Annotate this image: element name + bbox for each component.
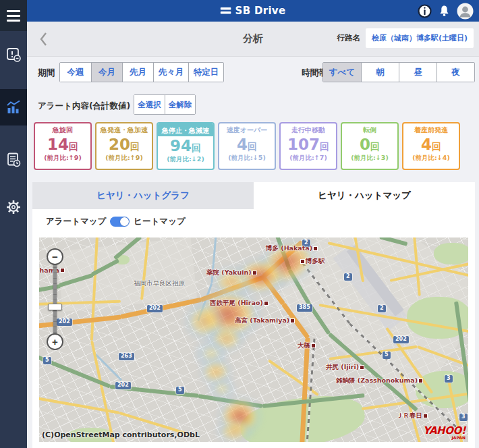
card-sudden-start[interactable]: 急発進・急加速 20回 (前月比:↑9) — [95, 122, 153, 170]
period-label: 期間 — [38, 67, 55, 79]
heatmap-toggle[interactable] — [110, 217, 130, 227]
yahoo-japan-logo: YAHOO! JAPAN — [423, 426, 466, 439]
avatar — [457, 3, 474, 20]
card-fall[interactable]: 転倒 0回 (前月比:↓3) — [341, 122, 399, 170]
card-delta: (前月比:↑9) — [96, 154, 152, 163]
tab-hiyari-hatto-map[interactable]: ヒヤリ・ハットマップ — [254, 182, 475, 209]
card-count: 107回 — [281, 136, 336, 152]
period-this-month[interactable]: 今月 — [91, 63, 122, 82]
map-mode-toggle-row: アラートマップ ヒートマップ — [46, 216, 186, 227]
route-shield: 385 — [297, 304, 312, 312]
analytics-chart-icon — [5, 99, 22, 116]
card-count: 14回 — [35, 136, 90, 152]
route-shield: 3 — [445, 375, 453, 383]
map-canvas[interactable]: 202 202 385 2 2 2 202 5 263 202 5 5 3 3 … — [39, 237, 468, 442]
card-title: 走行中移動 — [281, 123, 336, 135]
timeband-noon[interactable]: 昼 — [399, 63, 436, 82]
heat-blob — [200, 358, 232, 386]
sidebar — [0, 0, 27, 448]
route-label: 行路名 — [337, 33, 360, 43]
map-label-yakuin: 薬院 (Yakuin) — [206, 269, 256, 277]
zoom-in-button[interactable]: + — [47, 333, 63, 350]
map-label-jr-kasuga: ＪＲ春日 — [397, 412, 427, 420]
map-label-ijiri: 井尻 (Ijiri) — [326, 363, 364, 372]
station-marker — [424, 414, 427, 418]
timeband-night[interactable]: 夜 — [436, 63, 474, 82]
tab-hiyari-hatto-graph[interactable]: ヒヤリ・ハットグラフ — [32, 182, 254, 209]
sidebar-item-analytics[interactable] — [0, 89, 27, 125]
toggle-left-label: アラートマップ — [46, 216, 106, 227]
brand-text: SB Drive — [235, 5, 286, 17]
card-title: 急旋回 — [35, 123, 90, 135]
map-road — [90, 341, 115, 442]
top-header: SB Drive — [27, 0, 479, 22]
card-speeding[interactable]: 速度オーバー 4回 (前月比:↓5) — [218, 122, 276, 170]
station-marker — [314, 247, 317, 250]
card-title: 急停止・急減速 — [158, 123, 213, 136]
station-marker — [419, 379, 422, 383]
map-label-hirao: 西鉄平尾 (Hirao) — [210, 299, 268, 308]
sidebar-item-reports[interactable] — [0, 142, 27, 178]
card-delta: (前月比:↑9) — [35, 154, 90, 163]
select-all-button[interactable]: 全選択 — [134, 95, 165, 114]
period-specific-day[interactable]: 特定日 — [188, 63, 223, 82]
card-count: 94回 — [158, 138, 213, 154]
notifications-button[interactable] — [439, 5, 450, 17]
period-button-group: 今週 今月 先月 先々月 特定日 — [59, 62, 224, 82]
card-delta: (前月比:↓5) — [219, 154, 275, 163]
header-actions — [418, 0, 474, 22]
alert-card-row: 急旋回 14回 (前月比:↑9) 急発進・急加速 20回 (前月比:↑9) 急停… — [34, 122, 466, 170]
card-delta: (前月比:↓3) — [342, 154, 397, 163]
card-count: 4回 — [219, 136, 275, 152]
period-two-months-ago[interactable]: 先々月 — [153, 63, 188, 82]
brand-logo[interactable]: SB Drive — [221, 0, 286, 22]
clear-all-button[interactable]: 全解除 — [165, 95, 195, 114]
card-count: 0回 — [342, 136, 397, 152]
route-shield: 202 — [147, 305, 163, 312]
toggle-knob — [120, 217, 129, 226]
route-shield: 2 — [344, 273, 352, 281]
heat-blob — [194, 339, 228, 369]
route-shield: 3 — [459, 414, 468, 421]
info-icon — [418, 4, 432, 18]
route-selector: 行路名 桧原（城南）博多駅(土曜日) — [337, 28, 474, 48]
zoom-out-button[interactable]: − — [47, 248, 63, 265]
period-last-month[interactable]: 先月 — [122, 63, 153, 82]
card-delta: (前月比:↓2) — [158, 155, 213, 164]
card-moving-while-driving[interactable]: 走行中移動 107回 (前月比:↑7) — [279, 122, 337, 170]
map-label-hakata-station: 博多駅 — [301, 257, 325, 266]
bell-icon — [439, 5, 450, 17]
zoom-slider-track[interactable] — [53, 256, 57, 343]
route-shield: 5 — [176, 387, 184, 394]
timeband-morning[interactable]: 朝 — [361, 63, 399, 82]
map-zoom-control: − + — [46, 248, 65, 349]
page-nav: 分析 行路名 桧原（城南）博多駅(土曜日) — [27, 22, 479, 57]
alert-log-icon — [5, 46, 22, 63]
report-document-icon — [5, 151, 22, 169]
heat-blob — [208, 325, 245, 352]
card-start-before-seated[interactable]: 着座前発進 4回 (前月比:↓4) — [402, 122, 460, 170]
card-delta: (前月比:↓4) — [403, 154, 459, 163]
map-label-zasshonokuma: 雑餉隈 (Zasshonokuma) — [336, 376, 422, 385]
station-marker — [253, 271, 256, 275]
map-attribution: (C)OpenStreetMap contributors,ODbL — [42, 430, 200, 439]
timeband-all[interactable]: すべて — [323, 63, 361, 82]
menu-button[interactable] — [0, 0, 27, 31]
alert-content-label: アラート内容(合計数値) — [38, 101, 130, 112]
period-this-week[interactable]: 今週 — [60, 63, 91, 82]
map-label-ohashi: 大橋 — [298, 341, 315, 350]
user-menu-button[interactable] — [457, 3, 474, 20]
info-button[interactable] — [418, 4, 432, 18]
filter-row-period: 期間 今週 今月 先月 先々月 特定日 時間帯 すべて 朝 昼 夜 — [27, 62, 479, 82]
map-park — [416, 371, 468, 408]
card-sudden-stop[interactable]: 急停止・急減速 94回 (前月比:↓2) — [157, 122, 215, 170]
route-shield: 263 — [119, 353, 134, 360]
card-sharp-turn[interactable]: 急旋回 14回 (前月比:↑9) — [34, 122, 92, 170]
sidebar-item-settings[interactable] — [0, 189, 27, 225]
route-value-button[interactable]: 桧原（城南）博多駅(土曜日) — [366, 28, 474, 48]
sidebar-item-alerts[interactable] — [0, 36, 27, 73]
gear-icon — [5, 198, 22, 216]
zoom-slider-handle[interactable] — [48, 304, 62, 310]
station-marker — [291, 319, 294, 323]
card-title: 速度オーバー — [219, 123, 275, 135]
